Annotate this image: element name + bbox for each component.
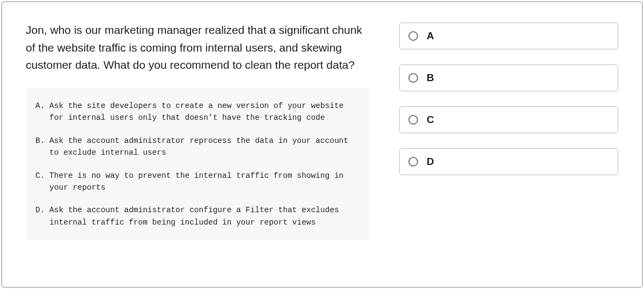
choice-label: A — [427, 30, 434, 42]
choice-label: C — [427, 114, 434, 126]
choice-label: B — [427, 72, 434, 84]
choice-c[interactable]: C — [399, 106, 618, 133]
choice-d[interactable]: D — [399, 148, 618, 175]
option-d: D. Ask the account administrator configu… — [35, 204, 360, 228]
options-box: A. Ask the site developers to create a n… — [26, 88, 369, 241]
left-column: Jon, who is our marketing manager realiz… — [26, 21, 369, 268]
radio-icon — [408, 31, 418, 41]
choice-b[interactable]: B — [399, 64, 618, 91]
radio-icon — [408, 115, 418, 125]
question-text: Jon, who is our marketing manager realiz… — [26, 21, 369, 74]
option-letter: C. — [35, 170, 49, 194]
option-c: C. There is no way to prevent the intern… — [35, 170, 360, 194]
quiz-frame: Jon, who is our marketing manager realiz… — [1, 1, 643, 288]
radio-icon — [408, 73, 418, 83]
option-letter: A. — [35, 100, 49, 124]
choice-label: D — [427, 156, 434, 168]
choice-a[interactable]: A — [399, 23, 618, 49]
option-letter: D. — [35, 204, 49, 228]
option-letter: B. — [35, 135, 49, 159]
choices-column: A B C D — [399, 21, 618, 268]
option-a: A. Ask the site developers to create a n… — [35, 100, 360, 124]
option-b: B. Ask the account administrator reproce… — [35, 135, 360, 159]
option-text: Ask the account administrator reprocess … — [49, 135, 360, 159]
option-text: Ask the account administrator configure … — [49, 204, 360, 228]
option-text: Ask the site developers to create a new … — [49, 100, 360, 124]
option-text: There is no way to prevent the internal … — [49, 170, 360, 194]
radio-icon — [408, 157, 418, 167]
